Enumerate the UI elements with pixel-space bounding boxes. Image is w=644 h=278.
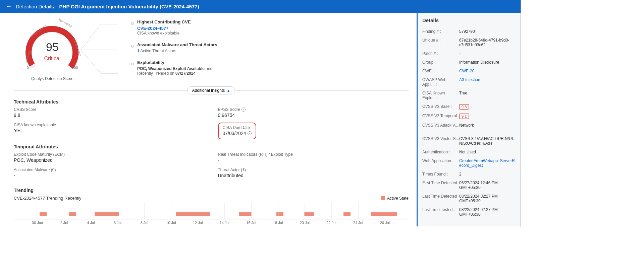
threat-sub: Active Threat Actors: [140, 49, 176, 53]
gauge-status: Critical: [44, 56, 61, 62]
trend-bar: [239, 212, 252, 216]
detail-label: CVSS V3 Temporal :: [422, 114, 459, 119]
cve-link[interactable]: CVE-2024-4577: [137, 26, 409, 31]
insight-malware: Associated Malware and Threat Actors 1 A…: [131, 42, 409, 53]
header-title: PHP CGI Argument Injection Vulnerability…: [59, 4, 199, 9]
detail-value: 08/22/2024 02:27 PM GMT+05:30: [459, 207, 516, 217]
ecm-label: Exploit Code Maturity (ECM): [14, 152, 205, 157]
trend-bar: [95, 212, 119, 216]
detail-label: Last Time Tested :: [422, 207, 459, 217]
detail-value: 5792790: [459, 29, 516, 34]
malware-val: -: [14, 173, 205, 178]
detail-row: Last Time Detected :08/22/2024 02:27 PM …: [422, 192, 516, 205]
trend-bar: [371, 212, 397, 216]
detail-row: CVSS V3 Vector S... :CVSS:3.1/AV:N/AC:L/…: [422, 134, 516, 148]
trending-sub: CVE-2024-4577 Trending Recently: [14, 196, 82, 201]
exploit-line2b: 07/27/2024: [175, 71, 196, 76]
detail-label: Patch # :: [422, 51, 459, 56]
detail-value: True: [459, 91, 516, 100]
trending-chart: [14, 203, 409, 219]
info-icon[interactable]: i: [241, 108, 246, 112]
trend-tick: 4 Jul: [87, 221, 95, 225]
cvss-label: CVSS Score: [14, 107, 205, 112]
detail-row: Times Found :2: [422, 170, 516, 179]
detail-label: OWASP Web Appli... :: [422, 77, 459, 87]
trend-bar: [304, 212, 314, 216]
legend-active-state: Active State: [381, 196, 409, 201]
trend-bar: [40, 212, 47, 216]
detail-row: First Time Detected :06/27/2024 12:46 PM…: [422, 179, 516, 192]
cisa-due-highlight: CISA Due Date 07/03/2024i: [218, 123, 256, 139]
detail-row: CVSS V3 Attack V... :Network: [422, 121, 516, 134]
cisa-due-val: 07/03/2024: [223, 131, 246, 136]
detail-label: CISA Known Explo... :: [422, 91, 459, 100]
actor-val: Unattributed: [218, 173, 409, 178]
trend-tick: 30 Jun: [32, 221, 43, 225]
detail-label: CWE :: [422, 69, 459, 73]
detail-value: 08/22/2024 02:27 PM GMT+05:30: [459, 194, 516, 203]
exploit-line1b: and: [205, 66, 212, 71]
trend-bar: [69, 212, 76, 216]
cisa-known-val: Yes: [14, 128, 205, 133]
insight-malware-title: Associated Malware and Threat Actors: [137, 42, 409, 47]
gauge-tick-low: 0: [27, 66, 29, 70]
trend-tick: 6 Jul: [114, 221, 121, 225]
info-icon[interactable]: i: [248, 131, 252, 135]
detail-value: Not Used: [459, 150, 516, 154]
details-sidebar: Details Finding # :5792790Unique # :67e2…: [417, 13, 521, 226]
detail-row: Authentication :Not Used: [422, 148, 516, 156]
detail-label: Group :: [422, 60, 459, 65]
insight-cve-title: Highest Contributing CVE: [137, 19, 409, 24]
insight-exploit: Exploitability POC, Weaponized Exploit A…: [131, 60, 409, 76]
ecm-val: POC, Weaponized: [14, 157, 205, 163]
detail-label: Unique # :: [422, 38, 459, 47]
detail-value[interactable]: CWE-20: [459, 69, 516, 73]
cvss-val: 9.8: [14, 113, 205, 118]
insight-cve: Highest Contributing CVE CVE-2024-4577 C…: [131, 19, 409, 36]
rti-val: -: [218, 157, 409, 163]
detail-value: Network: [459, 123, 516, 132]
legend-swatch: [381, 196, 385, 200]
detail-value[interactable]: A3 Injection: [459, 77, 516, 87]
epss-val: 0.96754: [218, 113, 409, 118]
epss-label: EPSS Score: [218, 107, 240, 112]
insight-exploit-title: Exploitability: [137, 60, 409, 65]
additional-insights-toggle[interactable]: Additional Insights ▲: [187, 86, 235, 94]
detail-value: 2: [459, 172, 516, 177]
detail-row: CISA Known Explo... :True: [422, 89, 516, 102]
detail-row: Web Application :CreatedFromWebapp_Serve…: [422, 156, 516, 170]
detail-value: 06/27/2024 12:46 PM GMT+05:30: [459, 181, 516, 190]
trending-title: Trending: [14, 188, 409, 193]
back-arrow-icon[interactable]: ←: [6, 3, 12, 10]
cvss-badge: 9.1: [459, 114, 469, 119]
toggle-label: Additional Insights: [192, 88, 225, 93]
detail-value: -: [459, 51, 516, 56]
temporal-title: Temporal Attributes: [14, 144, 409, 149]
threat-count: 1: [137, 49, 140, 53]
trend-tick: 14 Jul: [220, 221, 229, 225]
trend-tick: 20 Jul: [300, 221, 310, 225]
detail-label: Web Application :: [422, 158, 459, 168]
cve-sub: CISA known exploitable: [137, 31, 409, 36]
gauge-widget: 95 Critical 0 100 Low (0-39) Medium (40-…: [14, 18, 91, 82]
detail-row: Group :Information Disclosure: [422, 58, 516, 67]
detail-value: 9.8: [459, 104, 516, 110]
trend-tick: 22 Jul: [326, 221, 336, 225]
detail-value[interactable]: CreatedFromWebapp_ServerRecord_Digest: [459, 158, 516, 168]
detail-value: 9.1: [459, 114, 516, 119]
trend-bar: [176, 212, 211, 216]
rti-label: Real Threat Indicators (RTI) / Exploit T…: [218, 152, 409, 157]
trend-bar: [276, 212, 283, 216]
header-bar: ← Detection Details: PHP CGI Argument In…: [0, 0, 521, 13]
cisa-due-label: CISA Due Date: [223, 125, 250, 130]
trend-tick: 16 Jul: [246, 221, 256, 225]
detail-row: Patch # :-: [422, 49, 516, 58]
detail-row: CVSS V3 Temporal :9.1: [422, 112, 516, 121]
trend-tick: 2 Jul: [60, 221, 68, 225]
detail-label: CVSS V3 Attack V... :: [422, 123, 459, 132]
gauge-tick-high: 100: [72, 66, 78, 70]
exploit-line2a: Recently Trended on: [137, 71, 175, 76]
legend-label: Active State: [387, 196, 409, 201]
detail-label: Last Time Detected :: [422, 194, 459, 203]
trend-tick: 12 Jul: [193, 221, 203, 225]
